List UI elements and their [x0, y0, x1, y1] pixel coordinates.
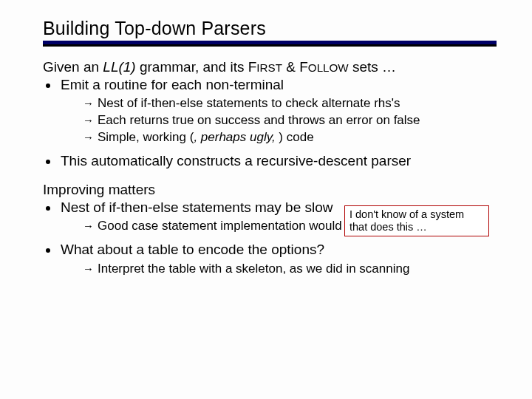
- sub-1-3-text: Simple, working (, perhaps ugly, ) code: [98, 129, 314, 146]
- callout-text: I don't know of a system that does this …: [349, 208, 464, 233]
- slide-title: Building Top-down Parsers: [43, 18, 494, 39]
- arrow-icon: →: [83, 130, 98, 145]
- section-2-heading: Improving matters: [43, 181, 494, 199]
- sub-4-1: → Interpret the table with a skeleton, a…: [83, 261, 494, 278]
- intro-line: Given an LL(1) grammar, and its FIRST & …: [43, 58, 494, 76]
- title-rule-inner: [43, 41, 497, 44]
- sub-1-2-text: Each returns true on success and throws …: [98, 112, 420, 129]
- bullet-2: This automatically constructs a recursiv…: [43, 152, 494, 171]
- bullet-1-subs: → Nest of if-then-else statements to che…: [83, 95, 494, 146]
- bullet-4-text: What about a table to encode the options…: [61, 241, 324, 259]
- callout-box: I don't know of a system that does this …: [344, 205, 489, 236]
- sub-1-3b: ) code: [276, 130, 314, 144]
- bullet-dot-icon: [46, 248, 50, 253]
- bullet-4: What about a table to encode the options…: [43, 241, 494, 259]
- bullet-4-subs: → Interpret the table with a skeleton, a…: [83, 261, 494, 278]
- arrow-icon: →: [83, 262, 98, 276]
- bullet-dot-icon: [46, 206, 50, 211]
- arrow-icon: →: [83, 113, 98, 128]
- title-rule: [43, 41, 497, 47]
- sub-4-1-text: Interpret the table with a skeleton, as …: [98, 261, 409, 278]
- sub-1-3a: Simple, working (: [98, 130, 194, 144]
- sub-1-3i: , perhaps ugly,: [194, 130, 275, 144]
- arrow-icon: →: [83, 219, 98, 233]
- sub-1-1: → Nest of if-then-else statements to che…: [83, 95, 494, 112]
- arrow-icon: →: [83, 96, 98, 111]
- bullet-dot-icon: [46, 160, 50, 164]
- sub-1-1-text: Nest of if-then-else statements to check…: [98, 95, 400, 112]
- bullet-dot-icon: [46, 83, 50, 88]
- bullet-1: Emit a routine for each non-terminal: [43, 76, 494, 95]
- bullet-2-text: This automatically constructs a recursiv…: [61, 152, 411, 171]
- bullet-3-text: Nest of if-then-else statements may be s…: [61, 199, 333, 217]
- bullet-1-text: Emit a routine for each non-terminal: [61, 76, 284, 95]
- sub-1-3: → Simple, working (, perhaps ugly, ) cod…: [83, 129, 494, 146]
- sub-1-2: → Each returns true on success and throw…: [83, 112, 494, 129]
- slide: Building Top-down Parsers Given an LL(1)…: [0, 0, 532, 299]
